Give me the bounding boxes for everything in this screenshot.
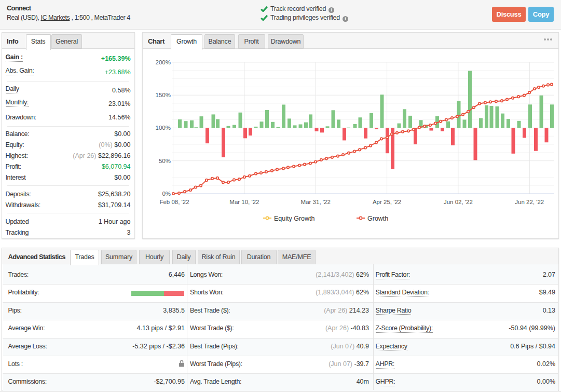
svg-text:0%: 0% [162,191,171,197]
svg-text:50%: 50% [159,158,171,164]
svg-text:Apr 25, '22: Apr 25, '22 [373,199,401,205]
svg-text:200%: 200% [156,59,171,65]
svg-text:Feb 08, '22: Feb 08, '22 [159,199,189,205]
svg-text:Mar 10, '22: Mar 10, '22 [229,199,259,205]
svg-text:Jun 02, '22: Jun 02, '22 [444,199,473,205]
svg-text:150%: 150% [156,92,171,98]
svg-text:Jun 22, '22: Jun 22, '22 [515,199,544,205]
svg-text:100%: 100% [156,125,171,131]
svg-text:Growth: Growth [367,215,388,222]
svg-text:Mar 31, '22: Mar 31, '22 [301,199,331,205]
svg-text:Equity Growth: Equity Growth [274,215,315,222]
